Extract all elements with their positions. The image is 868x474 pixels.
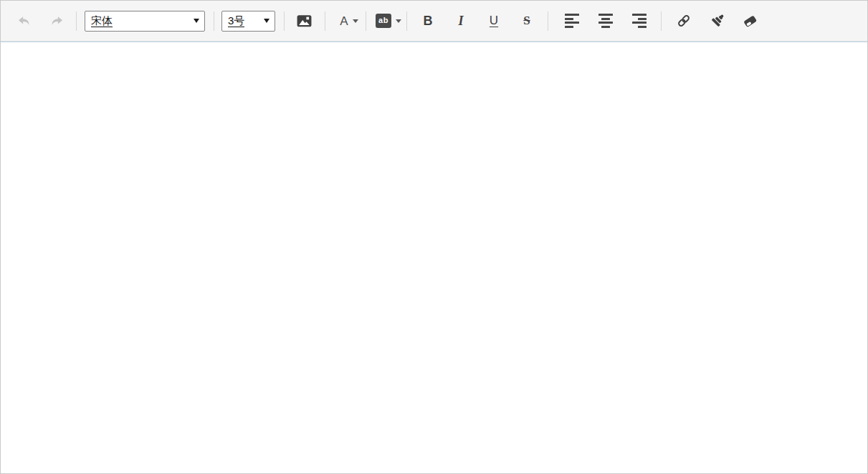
font-size-value: 3号 [228, 14, 244, 28]
align-bar [565, 18, 573, 20]
align-bar [601, 26, 610, 28]
toolbar-separator [366, 11, 366, 31]
toolbar-separator [325, 11, 325, 31]
highlight-color-dropdown[interactable]: ab [372, 9, 405, 33]
font-color-dropdown[interactable]: A [333, 9, 365, 33]
font-family-select[interactable]: 宋体 [85, 11, 205, 32]
insert-image-button[interactable] [292, 9, 315, 33]
toolbar-separator [76, 11, 77, 31]
select-arrow-icon [194, 19, 199, 23]
align-right-button[interactable] [627, 9, 652, 33]
format-brush-button[interactable] [705, 9, 729, 33]
align-bar [565, 14, 579, 16]
align-bar [632, 14, 647, 16]
align-bar [598, 14, 613, 16]
align-bar [598, 22, 613, 24]
align-center-icon [598, 14, 613, 28]
align-right-icon [632, 14, 647, 28]
editor-content-area[interactable] [1, 42, 867, 473]
align-left-icon [565, 14, 579, 28]
align-bar [601, 18, 610, 20]
underline-button[interactable]: U [482, 9, 506, 33]
paint-brush-icon [709, 13, 725, 29]
clear-format-button[interactable] [738, 9, 762, 33]
italic-button[interactable]: I [449, 9, 473, 33]
link-icon [676, 13, 692, 29]
toolbar-separator [284, 11, 285, 31]
align-bar [632, 22, 647, 24]
strikethrough-icon: S [523, 14, 530, 28]
undo-button[interactable] [14, 9, 34, 33]
bold-icon: B [424, 14, 433, 29]
redo-icon [49, 14, 65, 29]
redo-button[interactable] [47, 9, 67, 33]
font-size-select[interactable]: 3号 [221, 11, 275, 32]
undo-icon [16, 14, 32, 29]
toolbar-separator [214, 11, 214, 31]
align-center-button[interactable] [593, 9, 618, 33]
insert-link-button[interactable] [672, 9, 696, 33]
align-bar [638, 26, 647, 28]
underline-icon: U [490, 14, 498, 28]
caret-down-icon [353, 19, 358, 23]
image-icon [296, 13, 313, 29]
font-color-label: A [340, 15, 348, 27]
align-bar [638, 18, 647, 20]
toolbar-separator [661, 11, 662, 31]
bold-button[interactable]: B [416, 9, 440, 33]
eraser-icon [742, 13, 758, 29]
font-family-value: 宋体 [91, 14, 113, 28]
align-bar [565, 26, 573, 28]
rich-text-editor: 宋体 3号 A ab [0, 0, 868, 474]
align-left-button[interactable] [560, 9, 584, 33]
strikethrough-button[interactable]: S [515, 9, 539, 33]
toolbar-separator [548, 11, 548, 31]
align-bar [565, 22, 579, 24]
italic-icon: I [458, 14, 463, 29]
highlight-color-label: ab [376, 14, 391, 28]
toolbar-separator [406, 11, 407, 31]
select-arrow-icon [264, 19, 270, 23]
caret-down-icon [396, 19, 401, 23]
editor-toolbar: 宋体 3号 A ab [1, 1, 867, 42]
